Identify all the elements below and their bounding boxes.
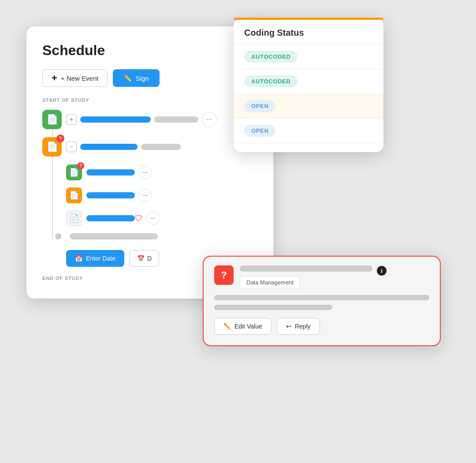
edit-value-button[interactable]: ✏️ Edit Value bbox=[214, 318, 271, 335]
enter-date-button[interactable]: 📅 Enter Date bbox=[66, 250, 124, 267]
shield-icon: 🛡 bbox=[135, 214, 143, 223]
list-item bbox=[48, 233, 257, 239]
list-item: AUTOCODED bbox=[234, 45, 383, 69]
coding-status-title: Coding Status bbox=[234, 20, 383, 45]
progress-bar-blue bbox=[86, 215, 135, 221]
query-icon: ? bbox=[214, 265, 234, 285]
query-card: ? i Data Management ✏️ Edit Value ↩ Repl… bbox=[203, 256, 441, 346]
timeline: 📄 ＋ ··· 📄 ? － ··· bbox=[42, 110, 257, 239]
progress-bar-gray bbox=[154, 116, 198, 123]
timeline-line bbox=[52, 110, 53, 239]
list-item: OPEN bbox=[234, 94, 383, 119]
doc-icon-white-sub: 📄 bbox=[66, 210, 82, 226]
start-of-study-label: START OF STUDY bbox=[42, 97, 257, 103]
schedule-actions: ✚ + New Event ✏️ Sign bbox=[42, 69, 257, 87]
table-row: 📄 ··· bbox=[66, 187, 257, 203]
dot-node bbox=[55, 233, 61, 239]
doc-icon-green: 📄 bbox=[42, 110, 62, 129]
progress-bar-blue bbox=[86, 169, 135, 175]
autocoded-badge: AUTOCODED bbox=[244, 51, 298, 63]
date-alt-label: D bbox=[147, 255, 152, 262]
coding-status-card: Coding Status AUTOCODED AUTOCODED OPEN O… bbox=[234, 18, 383, 152]
plus-icon: ✚ bbox=[52, 74, 57, 82]
query-title-bar bbox=[240, 265, 372, 272]
doc-icon-green-sub: 📄 ? bbox=[66, 164, 82, 180]
calendar-alert-icon: 📅 bbox=[137, 255, 145, 262]
table-row: 📄 ＋ ··· bbox=[42, 110, 257, 129]
progress-bar-blue bbox=[80, 144, 138, 150]
table-row: 📄 ? ··· bbox=[66, 164, 257, 180]
open-badge: OPEN bbox=[244, 125, 275, 137]
more-options-button[interactable]: ··· bbox=[138, 166, 152, 179]
table-row: 📄 🛡 ··· bbox=[66, 210, 257, 226]
more-options-button[interactable]: ··· bbox=[202, 112, 217, 127]
more-options-button[interactable]: ··· bbox=[146, 212, 160, 225]
sign-button[interactable]: ✏️ Sign bbox=[113, 69, 159, 87]
new-event-label: + New Event bbox=[61, 75, 98, 82]
progress-bar-gray bbox=[141, 144, 181, 150]
doc-icon-orange-sub: 📄 bbox=[66, 187, 82, 203]
collapse-button[interactable]: － bbox=[66, 142, 77, 152]
autocoded-badge: AUTOCODED bbox=[244, 75, 298, 87]
edit-value-label: Edit Value bbox=[234, 323, 262, 330]
list-item: OPEN bbox=[234, 119, 383, 143]
query-badge-sub: ? bbox=[77, 162, 84, 169]
more-options-button[interactable]: ··· bbox=[138, 189, 152, 202]
query-detail-bar bbox=[214, 295, 429, 300]
data-management-tag: Data Management bbox=[240, 276, 300, 289]
sign-label: Sign bbox=[135, 75, 149, 82]
query-badge: ? bbox=[56, 134, 64, 142]
query-body bbox=[214, 295, 429, 310]
pen-icon: ✏️ bbox=[123, 74, 132, 82]
open-badge: OPEN bbox=[244, 100, 275, 112]
reply-button[interactable]: ↩ Reply bbox=[277, 318, 320, 335]
progress-bar-blue bbox=[80, 116, 151, 123]
table-row: 📄 ? － ··· bbox=[42, 137, 257, 157]
expand-button[interactable]: ＋ bbox=[66, 114, 77, 125]
info-button[interactable]: i bbox=[377, 266, 387, 276]
enter-date-label: Enter Date bbox=[86, 255, 115, 262]
reply-icon: ↩ bbox=[286, 323, 291, 330]
list-item: AUTOCODED bbox=[234, 69, 383, 94]
edit-icon: ✏️ bbox=[223, 323, 231, 330]
query-detail-bar-short bbox=[214, 305, 332, 310]
doc-icon-orange: 📄 ? bbox=[42, 137, 62, 157]
query-actions: ✏️ Edit Value ↩ Reply bbox=[214, 318, 429, 335]
query-header: ? i Data Management bbox=[214, 265, 429, 289]
schedule-title: Schedule bbox=[42, 42, 257, 59]
date-alt-button[interactable]: 📅 D bbox=[130, 250, 159, 267]
new-event-button[interactable]: ✚ + New Event bbox=[42, 69, 108, 87]
calendar-icon: 📅 bbox=[75, 255, 82, 262]
query-header-content: i Data Management bbox=[240, 265, 429, 289]
reply-label: Reply bbox=[295, 323, 311, 330]
progress-bar-blue bbox=[86, 192, 135, 198]
progress-bar-gray bbox=[70, 233, 158, 239]
